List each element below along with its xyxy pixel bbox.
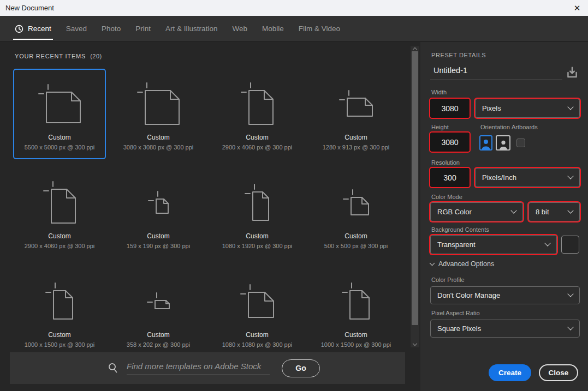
adobe-stock-search-bar: Find more templates on Adobe Stock Go [10, 352, 405, 384]
scrollbar[interactable] [411, 46, 419, 347]
chevron-down-icon [567, 291, 573, 297]
color-profile-select[interactable]: Don't Color Manage [430, 286, 580, 304]
preset-icon-wrap [342, 176, 370, 228]
scroll-down-arrow-icon[interactable] [413, 342, 417, 346]
recent-item[interactable]: Custom159 x 190 px @ 300 ppi [112, 167, 205, 258]
recent-items-heading: YOUR RECENT ITEMS(20) [15, 53, 102, 59]
tab-print[interactable]: Print [135, 16, 151, 41]
document-preset-icon [338, 89, 374, 118]
recent-item[interactable]: Custom1000 x 1500 px @ 300 ppi [310, 266, 402, 357]
preset-dimensions: 2900 x 4060 px @ 300 ppi [222, 144, 293, 151]
preset-icon-wrap [240, 77, 275, 130]
preset-name: Custom [345, 331, 367, 339]
window-titlebar: New Document ✕ [0, 0, 588, 16]
background-contents-select[interactable]: Transparent [430, 235, 557, 254]
bit-depth-select[interactable]: 8 bit [528, 202, 580, 221]
color-mode-select[interactable]: RGB Color [430, 202, 523, 221]
orientation-portrait-button[interactable] [479, 135, 492, 151]
document-preset-icon [342, 189, 370, 216]
orientation-landscape-button[interactable] [496, 135, 510, 151]
tab-photo[interactable]: Photo [102, 16, 121, 41]
preset-dimensions: 5500 x 5000 px @ 300 ppi [25, 144, 95, 151]
scrollbar-thumb[interactable] [412, 51, 418, 325]
height-input[interactable]: 3080 [430, 133, 470, 152]
preset-dimensions: 1280 x 913 px @ 300 ppi [323, 144, 389, 151]
preset-name: Custom [147, 232, 169, 240]
width-input[interactable]: 3080 [430, 99, 470, 118]
resolution-label: Resolution [431, 159, 460, 166]
artboards-checkbox[interactable] [516, 139, 525, 147]
preset-icon-wrap [136, 77, 181, 130]
preset-name: Custom [345, 134, 367, 141]
preset-dimensions: 1000 x 1500 px @ 300 ppi [321, 341, 391, 348]
tab-recent[interactable]: Recent [15, 16, 51, 41]
recent-item[interactable]: Custom2900 x 4060 px @ 300 ppi [13, 167, 106, 258]
chevron-down-icon [567, 104, 573, 110]
portrait-person-icon [481, 139, 491, 149]
save-preset-icon[interactable] [565, 65, 579, 80]
close-button[interactable]: Close [539, 364, 578, 381]
search-icon [107, 362, 119, 374]
tab-mobile[interactable]: Mobile [262, 16, 284, 41]
tab-label: Saved [66, 25, 87, 33]
preset-dimensions: 358 x 202 px @ 300 ppi [127, 341, 190, 348]
preset-icon-wrap [338, 77, 374, 130]
chevron-down-icon [567, 173, 573, 179]
chevron-down-icon [567, 324, 573, 330]
preset-icon-wrap [43, 176, 77, 228]
scroll-up-arrow-icon[interactable] [413, 46, 417, 51]
preset-name: Custom [147, 134, 169, 141]
create-button[interactable]: Create [489, 364, 531, 381]
go-button[interactable]: Go [282, 359, 320, 377]
close-icon[interactable]: ✕ [571, 0, 584, 16]
preset-icon-wrap [45, 275, 74, 327]
document-preset-icon [136, 82, 181, 126]
recent-item[interactable]: Custom5500 x 5000 px @ 300 ppi [13, 69, 106, 159]
width-unit-select[interactable]: Pixels [475, 99, 580, 118]
recent-item[interactable]: Custom500 x 500 px @ 300 ppi [310, 167, 402, 258]
preset-dimensions: 159 x 190 px @ 300 ppi [127, 243, 190, 249]
document-name-input[interactable]: Untitled-1 [430, 66, 562, 80]
background-color-swatch[interactable] [561, 236, 579, 254]
recent-items-title: YOUR RECENT ITEMS [15, 53, 86, 59]
color-profile-label: Color Profile [431, 276, 465, 283]
document-preset-icon [43, 181, 77, 225]
recent-item[interactable]: Custom1080 x 1920 px @ 300 ppi [211, 167, 304, 258]
background-contents-label: Background Contents [431, 226, 489, 233]
recent-item[interactable]: Custom358 x 202 px @ 300 ppi [112, 266, 205, 357]
preset-name: Custom [345, 232, 367, 240]
tab-label: Art & Illustration [165, 25, 217, 33]
document-preset-icon [240, 82, 275, 126]
preset-icon-wrap [244, 176, 270, 228]
preset-name: Custom [147, 331, 169, 339]
tab-art-illustration[interactable]: Art & Illustration [165, 16, 217, 41]
document-preset-icon [38, 83, 82, 124]
chevron-down-icon [430, 260, 435, 266]
resolution-input[interactable]: 300 [430, 168, 470, 187]
document-preset-icon [244, 183, 270, 222]
tab-web[interactable]: Web [232, 16, 247, 41]
tab-label: Photo [102, 25, 121, 33]
clock-icon [15, 25, 23, 33]
recent-item[interactable]: Custom3080 x 3080 px @ 300 ppi [112, 69, 205, 159]
tab-label: Film & Video [299, 25, 340, 33]
advanced-options-toggle[interactable]: Advanced Options [430, 260, 494, 268]
pixel-aspect-ratio-select[interactable]: Square Pixels [430, 320, 580, 338]
chevron-down-icon [567, 207, 573, 213]
preset-dimensions: 2900 x 4060 px @ 300 ppi [25, 243, 95, 249]
recent-item[interactable]: Custom1280 x 913 px @ 300 ppi [310, 69, 402, 159]
recent-item[interactable]: Custom1080 x 1080 px @ 300 ppi [211, 266, 304, 357]
width-label: Width [431, 89, 447, 95]
chevron-down-icon [544, 240, 550, 246]
recent-item[interactable]: Custom1000 x 1500 px @ 300 ppi [13, 266, 106, 357]
chevron-down-icon [510, 207, 516, 213]
preset-name: Custom [48, 232, 70, 240]
tab-saved[interactable]: Saved [66, 16, 87, 41]
recent-item[interactable]: Custom2900 x 4060 px @ 300 ppi [211, 69, 304, 159]
preset-icon-wrap [147, 176, 170, 228]
resolution-unit-select[interactable]: Pixels/Inch [475, 168, 580, 187]
stock-search-input[interactable]: Find more templates on Adobe Stock [127, 362, 270, 375]
tab-film-video[interactable]: Film & Video [299, 16, 340, 41]
preset-dimensions: 3080 x 3080 px @ 300 ppi [123, 144, 194, 151]
preset-dimensions: 1080 x 1920 px @ 300 ppi [222, 243, 293, 249]
